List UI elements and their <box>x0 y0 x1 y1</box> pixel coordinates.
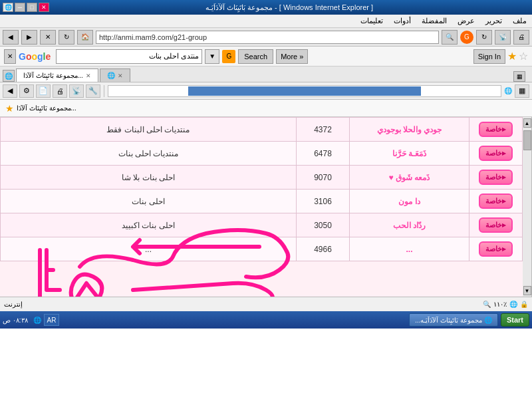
taskbar-clock: ٠٨:٣٨ ص <box>3 317 28 324</box>
google-back-button[interactable]: ✕ <box>4 49 16 64</box>
scroll-thumb[interactable] <box>523 130 531 150</box>
address-input[interactable] <box>96 31 439 44</box>
cell-number: 6478 <box>297 142 350 166</box>
cell-username: ذَمعه شَوق ♥ <box>350 166 469 190</box>
cell-forum: احلى بنات <box>1 190 297 213</box>
toolbar-sep <box>104 85 104 97</box>
table-row: ▸خاصةجودي والحلا بوجودي4372منتديات احلى … <box>1 118 523 142</box>
ie-icon-tab: 🌐 <box>3 70 15 82</box>
scroll-down-button[interactable]: ▼ <box>523 286 531 295</box>
cell-number: 4966 <box>297 237 350 261</box>
close-button[interactable]: ✕ <box>39 3 49 12</box>
cell-forum: احلى بنات بلا شا <box>1 166 297 190</box>
private-button[interactable]: ▸خاصة <box>479 194 513 209</box>
forward-button[interactable]: ▶ <box>21 30 37 45</box>
window-controls: 🌐 ─ □ ✕ <box>3 3 49 12</box>
cell-forum: منتديات احلى بنات <box>1 142 297 166</box>
favorites-star-icon: ★ <box>5 103 14 114</box>
cell-number: 4372 <box>297 118 350 142</box>
nav-button-print[interactable]: 🖨 <box>513 30 529 45</box>
menu-item-help[interactable]: تعليمات <box>358 16 386 26</box>
start-button[interactable]: Start <box>501 313 529 327</box>
signin-button[interactable]: Sign In <box>473 49 505 64</box>
favorites-bar: ★ مجموعة بَاتَيِنَاتَ آلآدَا... <box>0 100 532 117</box>
toolbar-page[interactable]: 📄 <box>36 84 51 98</box>
table-row: ▸خاصةذَمَعَـة حَرَّنا6478منتديات احلى بن… <box>1 142 523 166</box>
cell-username: جودي والحلا بوجودي <box>350 118 469 142</box>
stop-button[interactable]: ✕ <box>40 30 56 45</box>
private-button[interactable]: ▸خاصة <box>479 170 513 185</box>
google-toolbar: ✕ Google ▼ G Search More » Sign In ★ ☆ <box>0 47 532 66</box>
tabs-bar: 🌐 مجموعة بَاتَيِنَاتَ آلآدَا... ✕ 🌐 ✕ ▦ <box>0 66 532 82</box>
more-button[interactable]: More » <box>276 49 308 64</box>
scroll-up-button[interactable]: ▲ <box>523 118 531 128</box>
scrollbar-vertical: ▲ ▼ <box>523 117 532 297</box>
window-icon: 🌐 <box>3 3 13 12</box>
cell-number: 3050 <box>297 213 350 237</box>
status-right: 🔍 ١١٠٪ 🌐 🔒 <box>483 301 528 308</box>
toolbar-grid[interactable]: ▦ <box>515 84 529 98</box>
favorites-text: مجموعة بَاتَيِنَاتَ آلآدَا... <box>17 104 76 112</box>
private-button[interactable]: ▸خاصة <box>479 241 513 257</box>
toolbar-rss[interactable]: 📡 <box>69 84 84 98</box>
tab-1-close[interactable]: ✕ <box>118 72 123 79</box>
menu-item-favorites[interactable]: المفضلة <box>419 16 450 26</box>
tab-scroll-button[interactable]: ▦ <box>513 71 525 82</box>
window-title: مجموعة بَاتَيِنَاتَ آلآدَاَيَـه - [ Wind… <box>49 3 529 12</box>
maximize-button[interactable]: □ <box>27 3 37 12</box>
tab-1[interactable]: 🌐 ✕ <box>100 68 130 82</box>
zoom-level: ١١٠٪ <box>493 301 507 308</box>
taskbar-ie-button[interactable]: 🌐 مجموعة بَاتَيِنَاتَ آلآدَاَيَـه... <box>409 313 498 327</box>
tab-0-close[interactable]: ✕ <box>86 72 91 79</box>
cell-forum: ... <box>1 237 297 261</box>
menu-item-view[interactable]: عرض <box>455 16 477 26</box>
ie-icon-small: 🌐 <box>503 86 513 96</box>
taskbar-ie-label: مجموعة بَاتَيِنَاتَ آلآدَاَيَـه... <box>415 317 482 324</box>
title-bar: 🌐 ─ □ ✕ مجموعة بَاتَيِنَاتَ آلآدَاَيَـه … <box>0 0 532 15</box>
menu-item-file[interactable]: ملف <box>510 16 529 26</box>
home-button[interactable]: 🏠 <box>77 30 93 45</box>
taskbar: Start 🌐 مجموعة بَاتَيِنَاتَ آلآدَاَيَـه.… <box>0 311 532 329</box>
progress-bar <box>108 85 501 97</box>
menu-item-tools[interactable]: أدوات <box>391 16 414 26</box>
search-button[interactable]: Search <box>238 49 273 64</box>
star-empty-icon: ☆ <box>519 50 528 63</box>
minimize-button[interactable]: ─ <box>15 3 25 12</box>
google-search-input[interactable] <box>56 49 202 64</box>
cell-username: دا مون <box>350 190 469 213</box>
private-button[interactable]: ▸خاصة <box>479 217 513 233</box>
private-button[interactable]: ▸خاصة <box>479 146 513 161</box>
ie-toolbar: ◀ ⚙ 📄 🖨 📡 🔧 🌐 ▦ <box>0 82 532 100</box>
google-dropdown-button[interactable]: ▼ <box>205 49 219 64</box>
address-bar: ◀ ▶ ✕ ↻ 🏠 🔍 G ↻ 📡 🖨 <box>0 28 532 47</box>
cell-forum: منتديات احلى البنات فقط <box>1 118 297 142</box>
private-button[interactable]: ▸خاصة <box>479 122 513 137</box>
toolbar-print[interactable]: 🖨 <box>53 84 67 98</box>
main-content: ▲ ▼ ▸خاصةجودي والحلا بوجودي4372منتديات ا… <box>0 117 532 297</box>
google-logo: Google <box>19 51 51 62</box>
toolbar-tools2[interactable]: 🔧 <box>86 84 100 98</box>
google-button: G <box>460 31 473 44</box>
search-address-button[interactable]: 🔍 <box>442 30 458 45</box>
taskbar-ie-icon: 🌐 <box>484 317 492 324</box>
tray-ie-icon: 🌐 <box>33 317 41 324</box>
cell-username: ردّاد الحب <box>350 213 469 237</box>
tab-0[interactable]: مجموعة بَاتَيِنَاتَ آلآدَا... ✕ <box>16 68 98 82</box>
tab-0-label: مجموعة بَاتَيِنَاتَ آلآدَا... <box>23 72 83 79</box>
menu-item-edit[interactable]: تحرير <box>483 16 505 26</box>
taskbar-lang[interactable]: AR <box>44 314 60 326</box>
tray-icons: 🌐 <box>33 317 41 324</box>
toolbar-back[interactable]: ◀ <box>3 84 17 98</box>
back-button[interactable]: ◀ <box>3 30 19 45</box>
table-area: ▸خاصةجودي والحلا بوجودي4372منتديات احلى … <box>0 117 523 297</box>
refresh-nav-button[interactable]: ↻ <box>476 30 492 45</box>
table-row: ▸خاصةدا مون3106احلى بنات <box>1 190 523 213</box>
status-text: إنترنت <box>4 301 23 308</box>
refresh-button[interactable]: ↻ <box>59 30 74 45</box>
security-icon: 🔒 <box>520 301 528 308</box>
zoom-icon: 🔍 <box>483 301 491 308</box>
toolbar-settings[interactable]: ⚙ <box>19 84 34 98</box>
nav-button-rss[interactable]: 📡 <box>495 30 511 45</box>
menu-bar: ملف تحرير عرض المفضلة أدوات تعليمات <box>0 15 532 28</box>
star-icon: ★ <box>507 50 517 63</box>
